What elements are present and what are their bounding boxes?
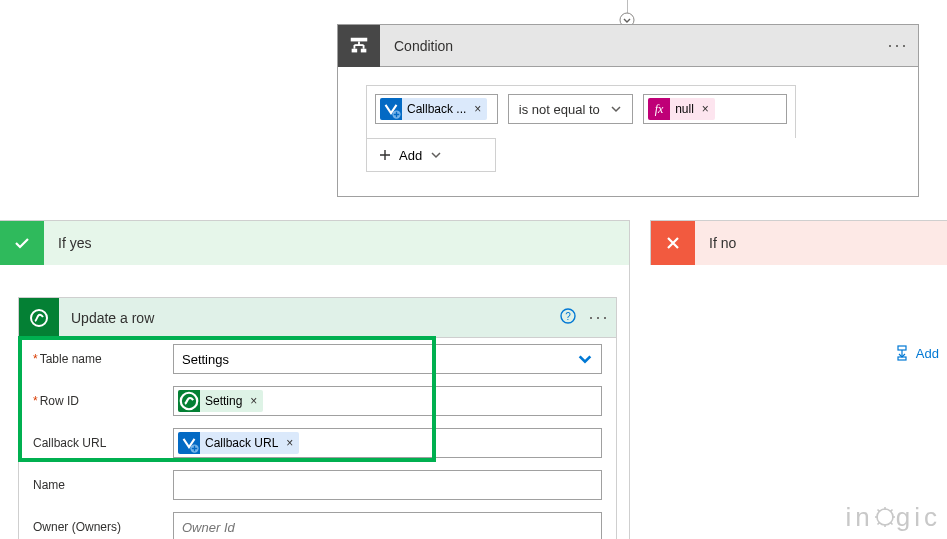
condition-right-operand[interactable]: fx null ×	[643, 94, 787, 124]
svg-rect-3	[361, 48, 367, 52]
if-no-header[interactable]: If no	[651, 221, 947, 265]
check-icon	[0, 221, 44, 265]
token-label: Callback URL	[205, 436, 278, 450]
chevron-down-icon	[430, 149, 442, 161]
token-remove-icon[interactable]: ×	[472, 102, 483, 116]
token-remove-icon[interactable]: ×	[284, 436, 295, 450]
update-row-header[interactable]: Update a row ? ···	[19, 298, 616, 338]
fx-icon: fx	[648, 98, 670, 120]
svg-rect-2	[352, 48, 358, 52]
svg-rect-12	[898, 346, 906, 350]
svg-rect-1	[351, 37, 368, 41]
condition-menu-button[interactable]: ···	[878, 35, 918, 56]
condition-operator-select[interactable]: is not equal to	[508, 94, 633, 124]
svg-line-19	[877, 510, 879, 512]
condition-card: Condition ··· Callback ... × is not equa…	[337, 24, 919, 197]
table-name-select[interactable]: Settings	[173, 344, 602, 374]
add-action-link[interactable]: Add	[894, 345, 939, 361]
if-yes-label: If yes	[44, 235, 91, 251]
row-id-label: *Row ID	[33, 394, 173, 408]
name-text-input[interactable]	[182, 478, 593, 493]
name-input[interactable]	[173, 470, 602, 500]
if-yes-header[interactable]: If yes	[0, 221, 629, 265]
token-label: Callback ...	[407, 102, 466, 116]
svg-line-20	[890, 522, 892, 524]
owner-row: Owner (Owners)	[19, 506, 616, 539]
condition-expression-row: Callback ... × is not equal to fx null ×	[375, 94, 787, 124]
name-row: Name	[19, 464, 616, 506]
if-no-branch: If no	[650, 220, 947, 265]
owner-input[interactable]	[173, 512, 602, 539]
svg-point-9	[181, 393, 198, 410]
action-menu-button[interactable]: ···	[582, 307, 616, 328]
watermark-logo: ingic	[846, 502, 942, 535]
table-name-value: Settings	[182, 352, 229, 367]
condition-icon	[338, 25, 380, 67]
svg-line-22	[877, 522, 879, 524]
condition-header[interactable]: Condition ···	[338, 25, 918, 67]
add-action-label: Add	[916, 346, 939, 361]
dynamic-content-icon	[380, 98, 402, 120]
plus-icon	[379, 149, 391, 161]
token-label: null	[675, 102, 694, 116]
token-remove-icon[interactable]: ×	[248, 394, 259, 408]
callback-url-token[interactable]: Callback ... ×	[380, 98, 487, 120]
callback-url-input[interactable]: Callback URL ×	[173, 428, 602, 458]
update-row-card: Update a row ? ··· *Table name Settings …	[18, 297, 617, 539]
svg-rect-13	[898, 357, 906, 360]
dataverse-icon	[178, 390, 200, 412]
callback-url-label: Callback URL	[33, 436, 173, 450]
owner-label: Owner (Owners)	[33, 520, 173, 534]
callback-url-token[interactable]: Callback URL ×	[178, 432, 299, 454]
expression-null-token[interactable]: fx null ×	[648, 98, 715, 120]
token-label: Setting	[205, 394, 242, 408]
name-label: Name	[33, 478, 173, 492]
condition-title: Condition	[380, 38, 878, 54]
dynamic-content-icon	[178, 432, 200, 454]
svg-text:?: ?	[565, 311, 571, 322]
token-remove-icon[interactable]: ×	[700, 102, 711, 116]
table-name-label: *Table name	[33, 352, 173, 366]
condition-body: Callback ... × is not equal to fx null ×	[338, 67, 918, 196]
close-icon	[651, 221, 695, 265]
row-id-input[interactable]: Setting ×	[173, 386, 602, 416]
dataverse-icon	[19, 298, 59, 338]
insert-step-icon	[894, 345, 910, 361]
if-yes-branch: If yes Update a row ? ··· *Table name Se…	[0, 220, 630, 539]
add-condition-button[interactable]: Add	[367, 139, 454, 171]
operator-label: is not equal to	[519, 102, 600, 117]
svg-point-6	[31, 310, 47, 326]
callback-url-row: Callback URL Callback URL ×	[19, 422, 616, 464]
setting-token[interactable]: Setting ×	[178, 390, 263, 412]
owner-text-input[interactable]	[182, 520, 593, 535]
if-no-label: If no	[695, 235, 736, 251]
add-label: Add	[399, 148, 422, 163]
help-icon[interactable]: ?	[554, 308, 582, 328]
chevron-down-icon	[610, 103, 622, 115]
condition-left-operand[interactable]: Callback ... ×	[375, 94, 498, 124]
row-id-row: *Row ID Setting ×	[19, 380, 616, 422]
action-title: Update a row	[59, 310, 554, 326]
table-name-row: *Table name Settings	[19, 338, 616, 380]
chevron-down-icon	[577, 351, 593, 367]
svg-line-21	[890, 510, 892, 512]
